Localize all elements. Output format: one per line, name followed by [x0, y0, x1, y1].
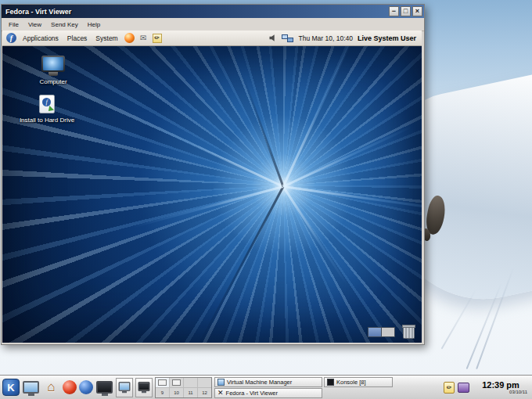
wallpaper-ray: [242, 76, 284, 187]
menu-applications[interactable]: Applications: [20, 34, 61, 42]
wallpaper-ray: [283, 185, 422, 213]
gnome-panel: f Applications Places System ✉ ✏ Thu Mar…: [2, 31, 422, 46]
speaker-icon[interactable]: [269, 34, 277, 42]
network-places-icon[interactable]: [79, 380, 93, 394]
clock-time: 12:39 pm: [472, 380, 530, 390]
desktop-icon-install[interactable]: f Install to Hard Drive: [12, 95, 82, 124]
virt-manager-launcher[interactable]: [116, 378, 133, 397]
host-desktop: Fedora - Virt Viewer − □ × File View Sen…: [0, 0, 532, 399]
menu-help[interactable]: Help: [83, 20, 105, 29]
menu-system[interactable]: System: [93, 34, 120, 42]
menu-file[interactable]: File: [4, 20, 23, 29]
clock-date: 03/10/11: [472, 390, 530, 395]
user-menu[interactable]: Live System User: [358, 34, 418, 42]
virt-manager-icon: [217, 379, 225, 386]
computer-icon: [41, 56, 65, 72]
pager-cell[interactable]: [198, 378, 211, 387]
pager-cell[interactable]: [184, 378, 197, 387]
notes-icon[interactable]: ✏: [153, 34, 162, 43]
task-manager: Virtual Machine Manager Konsole [8] ✕ Fe…: [214, 377, 435, 398]
wallpaper-ray: [190, 186, 284, 343]
desktop-pager[interactable]: 9 10 11 12: [155, 377, 212, 398]
guest-clock[interactable]: Thu Mar 10, 10:40: [298, 34, 352, 42]
icon-label: Install to Hard Drive: [12, 117, 82, 124]
wallpaper-ray: [282, 186, 348, 286]
menu-send-key[interactable]: Send Key: [46, 20, 83, 29]
window-controls: − □ ×: [389, 6, 422, 16]
konqueror-icon[interactable]: [63, 380, 77, 394]
home-icon[interactable]: ⌂: [42, 379, 60, 397]
menu-places[interactable]: Places: [65, 34, 90, 42]
workspace-switcher[interactable]: [368, 327, 395, 337]
virt-viewer-icon: ✕: [217, 390, 224, 397]
virt-viewer-window: Fedora - Virt Viewer − □ × File View Sen…: [1, 4, 425, 345]
network-icon[interactable]: [282, 34, 293, 43]
k-menu-icon[interactable]: K: [2, 379, 20, 396]
system-tray: ✏: [444, 382, 469, 394]
desktop-icon-computer[interactable]: Computer: [18, 56, 88, 85]
kde-taskbar: K ⌂ 9 10 11 12 Virtual Machine Manager: [0, 375, 532, 399]
display-icon[interactable]: [95, 379, 113, 397]
fedora-logo-icon: f: [42, 98, 51, 106]
pager-cell-10[interactable]: 10: [170, 388, 183, 397]
trash-icon[interactable]: [403, 327, 415, 339]
klipper-icon[interactable]: ✏: [444, 382, 455, 394]
wallpaper-ray: [132, 185, 284, 228]
menu-view[interactable]: View: [23, 20, 46, 29]
snow-track: [441, 288, 478, 350]
konsole-launcher[interactable]: [135, 378, 153, 397]
task-label: Konsole [8]: [336, 379, 366, 386]
workspace-1[interactable]: [368, 328, 382, 336]
pager-cell[interactable]: [156, 378, 169, 387]
install-icon: f: [39, 95, 55, 113]
pager-cell-11[interactable]: 11: [184, 388, 197, 397]
task-virtual-machine-manager[interactable]: Virtual Machine Manager: [214, 377, 322, 387]
maximize-button[interactable]: □: [401, 6, 411, 16]
menubar: File View Send Key Help: [2, 18, 424, 31]
show-desktop-icon[interactable]: [22, 379, 40, 397]
firefox-icon[interactable]: [124, 33, 135, 43]
task-konsole[interactable]: Konsole [8]: [324, 377, 393, 387]
task-label: Fedora - Virt Viewer: [226, 390, 278, 397]
mail-icon[interactable]: ✉: [138, 33, 149, 43]
icon-label: Computer: [18, 78, 88, 85]
guest-desktop[interactable]: Computer f Install to Hard Drive: [2, 46, 422, 343]
display-settings-icon[interactable]: [458, 383, 469, 393]
wallpaper-ray: [282, 46, 354, 187]
task-label: Virtual Machine Manager: [227, 379, 292, 386]
close-button[interactable]: ×: [412, 6, 422, 16]
guest-screen: f Applications Places System ✉ ✏ Thu Mar…: [2, 31, 422, 343]
pager-cell-12[interactable]: 12: [198, 388, 211, 397]
window-title: Fedora - Virt Viewer: [5, 8, 71, 16]
fedora-menu-icon[interactable]: f: [6, 33, 16, 43]
pager-cell[interactable]: [170, 378, 183, 387]
konsole-icon: [327, 379, 334, 386]
minimize-button[interactable]: −: [389, 6, 399, 16]
workspace-2[interactable]: [382, 328, 394, 336]
taskbar-clock[interactable]: 12:39 pm 03/10/11: [472, 380, 530, 395]
pager-cell-9[interactable]: 9: [156, 388, 169, 397]
task-virt-viewer[interactable]: ✕ Fedora - Virt Viewer: [214, 388, 322, 398]
wallpaper-ray: [113, 106, 284, 188]
wallpaper-ray: [282, 126, 411, 188]
panel-status-area: Thu Mar 10, 10:40 Live System User: [269, 34, 418, 43]
window-titlebar[interactable]: Fedora - Virt Viewer − □ ×: [2, 5, 424, 18]
